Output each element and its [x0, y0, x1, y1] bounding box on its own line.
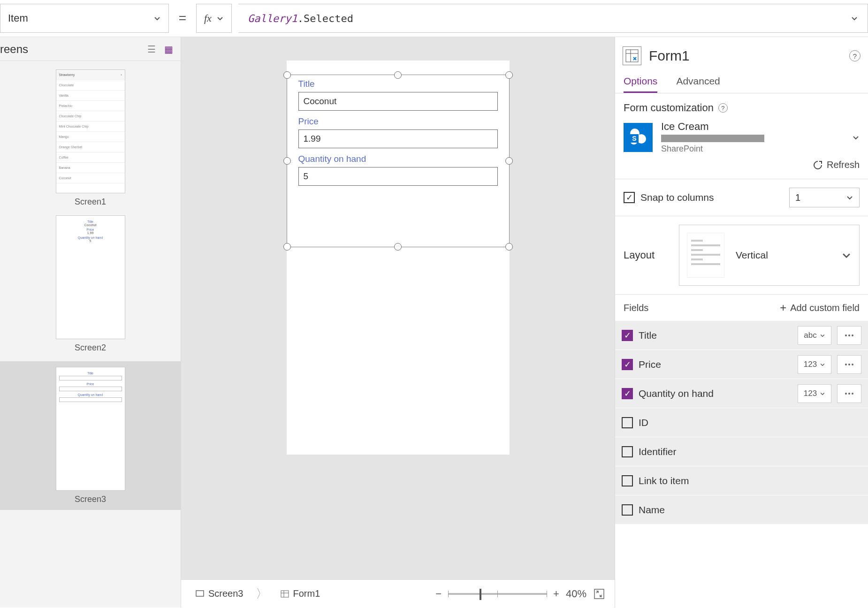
- field-checkbox[interactable]: [622, 417, 633, 428]
- form-control[interactable]: Title Coconut Price 1.99 Quantity on han…: [287, 75, 510, 247]
- tab-options[interactable]: Options: [624, 71, 657, 93]
- datasource-type: SharePoint: [661, 144, 844, 154]
- thumb-preview: Title Coconut Price 1.99 Quantity on han…: [56, 215, 125, 339]
- screens-panel: reens ☰ ▦ Strawberry› Chocolate Vanilla …: [0, 37, 181, 608]
- svg-point-13: [845, 334, 847, 336]
- field-row[interactable]: Title abc: [615, 321, 868, 350]
- field-input-qty[interactable]: 5: [298, 167, 498, 186]
- datasource-picker[interactable]: S Ice Cream SharePoint: [624, 121, 860, 154]
- breadcrumb-screen[interactable]: Screen3: [190, 588, 248, 599]
- formula-ref: Gallery1: [248, 13, 297, 24]
- zoom-in[interactable]: +: [553, 588, 559, 600]
- field-checkbox[interactable]: [622, 330, 633, 341]
- svg-point-20: [848, 393, 850, 395]
- datasource-name: Ice Cream: [661, 121, 844, 133]
- tab-advanced[interactable]: Advanced: [676, 71, 720, 93]
- field-row[interactable]: Identifier: [615, 437, 868, 466]
- sharepoint-icon: S: [624, 123, 653, 152]
- field-checkbox[interactable]: [622, 359, 633, 370]
- formula-input[interactable]: Gallery1.Selected: [238, 4, 868, 33]
- chevron-down-icon: [852, 130, 860, 144]
- resize-handle[interactable]: [505, 71, 513, 79]
- fields-label: Fields: [624, 303, 648, 313]
- property-name: Item: [8, 12, 28, 24]
- thumb-preview: Title Price Quantity on hand: [56, 367, 125, 491]
- help-icon[interactable]: ?: [849, 50, 860, 61]
- field-row[interactable]: ID: [615, 408, 868, 437]
- zoom-value: 40%: [566, 588, 586, 600]
- field-row[interactable]: Link to item: [615, 466, 868, 495]
- field-type[interactable]: 123: [798, 384, 831, 403]
- equals-icon: =: [175, 11, 190, 26]
- canvas: Title Coconut Price 1.99 Quantity on han…: [181, 37, 615, 608]
- thumb-preview: Strawberry› Chocolate Vanilla Pistachio …: [56, 69, 125, 193]
- svg-point-19: [845, 393, 847, 395]
- form-icon: [280, 589, 289, 599]
- phone-frame[interactable]: Title Coconut Price 1.99 Quantity on han…: [287, 61, 510, 455]
- resize-handle[interactable]: [394, 71, 402, 79]
- field-label-title: Title: [298, 79, 498, 89]
- field-input-price[interactable]: 1.99: [298, 129, 498, 148]
- panel-title: Form1: [649, 48, 842, 64]
- snap-checkbox[interactable]: [624, 192, 635, 203]
- resize-handle[interactable]: [394, 243, 402, 251]
- screen-icon: [195, 589, 205, 599]
- form-type-icon: [623, 46, 641, 65]
- snap-label: Snap to columns: [640, 192, 714, 203]
- resize-handle[interactable]: [505, 243, 513, 251]
- breadcrumb-form[interactable]: Form1: [275, 588, 325, 599]
- help-icon[interactable]: ?: [718, 103, 728, 113]
- fields-list: Title abc Price 123 Quantity on hand 123…: [615, 321, 868, 524]
- field-type[interactable]: abc: [798, 326, 831, 345]
- grid-view-icon[interactable]: ▦: [164, 44, 173, 55]
- breadcrumb-sep: 〉: [256, 585, 268, 602]
- zoom-slider[interactable]: [448, 593, 547, 595]
- footer-bar: Screen3 〉 Form1 − + 40%: [181, 579, 615, 608]
- svg-text:S: S: [632, 135, 636, 142]
- field-more[interactable]: [837, 384, 861, 403]
- svg-point-16: [845, 364, 847, 365]
- field-row[interactable]: Name: [615, 495, 868, 524]
- svg-rect-0: [196, 591, 204, 596]
- thumb-screen3[interactable]: Title Price Quantity on hand Screen3: [0, 361, 181, 510]
- list-view-icon[interactable]: ☰: [147, 44, 156, 55]
- properties-panel: Form1 ? Options Advanced Form customizat…: [615, 37, 868, 608]
- svg-point-17: [848, 364, 850, 365]
- svg-rect-5: [626, 50, 638, 62]
- layout-picker[interactable]: Vertical: [679, 225, 860, 286]
- svg-point-15: [852, 334, 853, 336]
- refresh-icon: [813, 160, 823, 170]
- resize-handle[interactable]: [283, 71, 291, 79]
- field-row[interactable]: Price 123: [615, 350, 868, 379]
- layout-label: Layout: [624, 249, 666, 261]
- fx-button[interactable]: fx: [196, 4, 232, 33]
- field-checkbox[interactable]: [622, 504, 633, 516]
- property-select[interactable]: Item: [0, 4, 169, 33]
- svg-point-14: [848, 334, 850, 336]
- zoom-out[interactable]: −: [435, 588, 442, 600]
- resize-handle[interactable]: [283, 243, 291, 251]
- field-more[interactable]: [837, 355, 861, 374]
- fit-icon[interactable]: [593, 588, 605, 600]
- field-checkbox[interactable]: [622, 388, 633, 399]
- field-label-qty: Quantity on hand: [298, 154, 498, 164]
- field-more[interactable]: [837, 326, 861, 345]
- screens-title: reens: [0, 43, 28, 56]
- field-checkbox[interactable]: [622, 475, 633, 486]
- add-field-button[interactable]: + Add custom field: [780, 301, 860, 314]
- thumb-screen1[interactable]: Strawberry› Chocolate Vanilla Pistachio …: [0, 69, 181, 207]
- resize-handle[interactable]: [283, 157, 291, 165]
- svg-rect-1: [281, 591, 289, 597]
- snap-columns-select[interactable]: 1: [789, 188, 860, 207]
- field-checkbox[interactable]: [622, 446, 633, 457]
- field-row[interactable]: Quantity on hand 123: [615, 379, 868, 408]
- resize-handle[interactable]: [505, 157, 513, 165]
- thumb-screen2[interactable]: Title Coconut Price 1.99 Quantity on han…: [0, 215, 181, 353]
- svg-point-21: [852, 393, 853, 395]
- field-type[interactable]: 123: [798, 355, 831, 374]
- svg-point-18: [852, 364, 853, 365]
- datasource-redacted: [661, 135, 764, 142]
- field-label-price: Price: [298, 116, 498, 127]
- field-input-title[interactable]: Coconut: [298, 92, 498, 111]
- refresh-button[interactable]: Refresh: [624, 160, 860, 170]
